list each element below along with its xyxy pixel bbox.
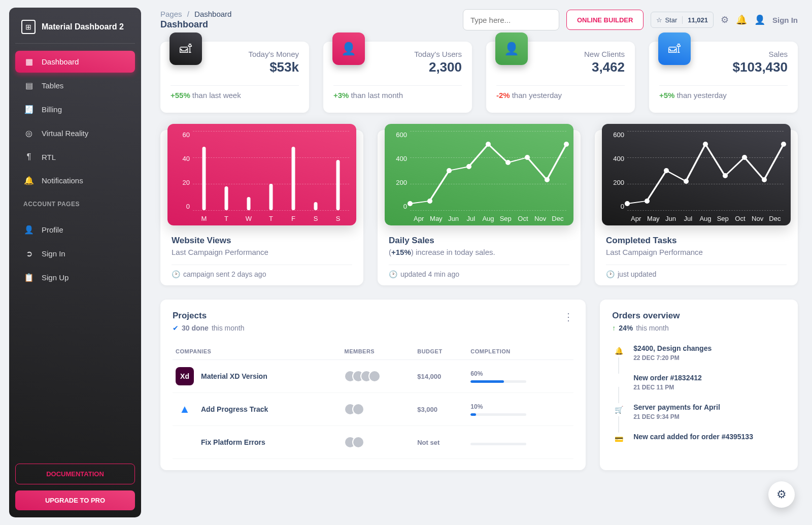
- stat-change: -2%than yesterday: [496, 91, 625, 100]
- stat-icon: 👤: [495, 32, 528, 65]
- nav-icon: ¶: [23, 152, 35, 161]
- github-star-widget[interactable]: ☆Star 11,021: [651, 12, 714, 28]
- page-title: Dashboard: [160, 19, 231, 30]
- table-row[interactable]: ▲Add Progress Track$3,00010%: [173, 393, 573, 426]
- company-logo: ▲: [176, 400, 194, 418]
- sidebar-section-account: ACCOUNT PAGES: [15, 191, 135, 212]
- budget-value: $3,000: [417, 406, 437, 413]
- topbar: Pages / Dashboard Dashboard ONLINE BUILD…: [160, 9, 798, 30]
- stat-change: +3%than last month: [333, 91, 462, 100]
- timeline-item: 🛒Server payments for April21 DEC 9:34 PM: [612, 400, 786, 430]
- gear-icon[interactable]: ⚙: [721, 14, 729, 25]
- brand[interactable]: ⊞ Material Dashboard 2: [15, 17, 135, 44]
- stat-icon: 👤: [332, 32, 365, 65]
- stat-icon: 🛋: [658, 32, 691, 65]
- more-icon[interactable]: ⋮: [563, 311, 573, 323]
- members-avatars: [344, 370, 411, 382]
- stat-card: 🛋Today's Money$53k+55%than last week: [160, 42, 309, 113]
- chart-subtitle: Last Campaign Performance: [160, 248, 363, 256]
- sidebar-item-notifications[interactable]: 🔔Notifications: [15, 170, 135, 191]
- chart-canvas: 6040200MTWTFSS: [167, 124, 356, 225]
- completion-cell: [470, 440, 570, 445]
- nav-icon: 📋: [23, 273, 35, 282]
- avatar: [368, 370, 381, 382]
- sidebar-item-profile[interactable]: 👤Profile: [15, 219, 135, 241]
- timeline-title: New order #1832412: [633, 374, 702, 382]
- sidebar-item-sign-in[interactable]: ➲Sign In: [15, 243, 135, 265]
- timeline-item: 💳New card added for order #4395133: [612, 430, 786, 455]
- projects-title: Projects: [173, 311, 245, 321]
- chart-subtitle: (+15%) increase in today sales.: [378, 248, 581, 256]
- timeline-time: 21 DEC 11 PM: [633, 384, 702, 391]
- budget-value: $14,000: [417, 373, 441, 380]
- nav-icon: ◎: [23, 128, 35, 138]
- stat-card: 👤Today's Users2,300+3%than last month: [323, 42, 472, 113]
- table-header: COMPANIES: [173, 343, 341, 360]
- completion-cell: 10%: [470, 403, 570, 416]
- company-logo: Xd: [176, 367, 194, 385]
- online-builder-button[interactable]: ONLINE BUILDER: [566, 10, 644, 30]
- upgrade-button[interactable]: UPGRADE TO PRO: [15, 490, 135, 510]
- stat-card: 👤New Clients3,462-2%than yesterday: [486, 42, 635, 113]
- documentation-button[interactable]: DOCUMENTATION: [15, 464, 135, 484]
- nav-icon: ➲: [23, 249, 35, 258]
- avatar: [352, 436, 364, 448]
- sidebar-item-billing[interactable]: 🧾Billing: [15, 99, 135, 120]
- orders-title: Orders overview: [612, 311, 786, 321]
- table-header: BUDGET: [414, 343, 467, 360]
- sidebar-item-dashboard[interactable]: ▦Dashboard: [15, 51, 135, 73]
- breadcrumb: Pages / Dashboard: [160, 10, 231, 18]
- sidebar: ⊞ Material Dashboard 2 ▦Dashboard▤Tables…: [9, 8, 141, 517]
- avatar: [352, 403, 364, 415]
- timeline-title: New card added for order #4395133: [633, 433, 753, 441]
- nav-icon: 🧾: [23, 105, 35, 114]
- chart-card: 6004002000AprMayJunJulAugSepOctNovDecDai…: [378, 130, 581, 285]
- clock-icon: 🕑: [606, 270, 615, 278]
- projects-panel: Projects ✔ 30 done this month ⋮ COMPANIE…: [160, 300, 586, 470]
- star-icon: ☆: [656, 16, 662, 24]
- table-row[interactable]: XdMaterial XD Version$14,00060%: [173, 360, 573, 393]
- sidebar-item-rtl[interactable]: ¶RTL: [15, 146, 135, 168]
- timeline-icon: [612, 374, 625, 387]
- bell-icon[interactable]: 🔔: [736, 14, 747, 25]
- stat-change: +5%than yesterday: [659, 91, 788, 100]
- company-logo: ✳: [176, 433, 194, 451]
- timeline-title: $2400, Design changes: [633, 344, 712, 352]
- chart-subtitle: Last Campaign Performance: [595, 248, 798, 256]
- completion-cell: 60%: [470, 370, 570, 383]
- timeline-item: New order #183241221 DEC 11 PM: [612, 371, 786, 400]
- company-name: Fix Platform Errors: [201, 438, 265, 446]
- brand-text: Material Dashboard 2: [42, 22, 124, 31]
- sidebar-item-tables[interactable]: ▤Tables: [15, 75, 135, 96]
- timeline-icon: 🔔: [612, 344, 625, 357]
- github-star-count: 11,021: [683, 16, 713, 24]
- user-icon[interactable]: 👤: [754, 14, 765, 25]
- company-name: Add Progress Track: [201, 405, 268, 413]
- table-header: COMPLETION: [467, 343, 573, 360]
- check-icon: ✔: [173, 324, 179, 332]
- sidebar-item-sign-up[interactable]: 📋Sign Up: [15, 267, 135, 288]
- budget-value: Not set: [417, 439, 439, 446]
- breadcrumb-root[interactable]: Pages: [160, 10, 182, 18]
- timeline-icon: 🛒: [612, 403, 625, 416]
- search-input[interactable]: [463, 9, 559, 30]
- chart-canvas: 6004002000AprMayJunJulAugSepOctNovDec: [602, 124, 791, 225]
- sidebar-item-virtual-reality[interactable]: ◎Virtual Reality: [15, 122, 135, 144]
- orders-panel: Orders overview ↑ 24% this month 🔔$2400,…: [600, 300, 798, 470]
- settings-fab[interactable]: ⚙: [768, 481, 795, 508]
- stat-change: +55%than last week: [171, 91, 299, 100]
- signin-link[interactable]: Sign In: [772, 16, 798, 24]
- timeline-time: 22 DEC 7:20 PM: [633, 354, 712, 362]
- company-name: Material XD Version: [201, 372, 267, 380]
- chart-title: Daily Sales: [378, 225, 581, 248]
- chart-title: Completed Tasks: [595, 225, 798, 248]
- brand-icon: ⊞: [21, 20, 36, 34]
- timeline-time: 21 DEC 9:34 PM: [633, 413, 720, 420]
- timeline-item: 🔔$2400, Design changes22 DEC 7:20 PM: [612, 341, 786, 371]
- stat-icon: 🛋: [170, 32, 202, 65]
- members-avatars: [344, 403, 411, 415]
- arrow-up-icon: ↑: [612, 324, 616, 332]
- table-row[interactable]: ✳Fix Platform ErrorsNot set: [173, 426, 573, 459]
- chart-title: Website Views: [160, 225, 363, 248]
- chart-card: 6004002000AprMayJunJulAugSepOctNovDecCom…: [595, 130, 798, 285]
